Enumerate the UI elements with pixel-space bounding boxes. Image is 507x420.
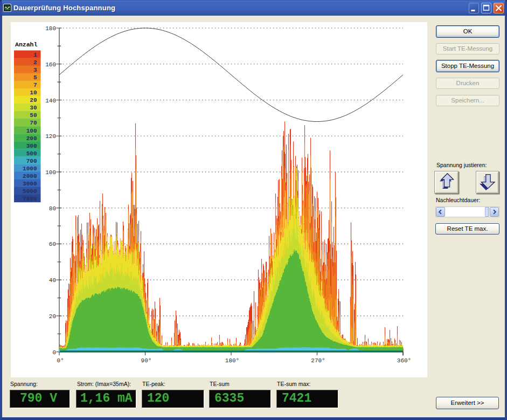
svg-text:180°: 180° <box>225 357 239 364</box>
svg-text:20: 20 <box>30 97 37 104</box>
svg-text:140: 140 <box>45 98 56 104</box>
svg-text:360°: 360° <box>397 357 411 364</box>
svg-text:7: 7 <box>33 82 37 88</box>
svg-text:0°: 0° <box>57 357 64 364</box>
svg-text:180: 180 <box>45 25 56 32</box>
svg-text:270°: 270° <box>311 357 325 364</box>
svg-text:90°: 90° <box>141 357 152 364</box>
svg-text:30: 30 <box>30 105 37 111</box>
svg-text:1000: 1000 <box>23 166 37 172</box>
svg-text:7000: 7000 <box>23 196 37 202</box>
svg-text:0: 0 <box>52 349 56 356</box>
svg-text:50: 50 <box>30 112 37 119</box>
svg-text:1: 1 <box>33 52 37 58</box>
svg-text:20: 20 <box>49 313 56 320</box>
svg-text:700: 700 <box>26 158 37 164</box>
svg-text:5: 5 <box>33 74 37 81</box>
svg-text:3: 3 <box>33 67 37 73</box>
svg-text:5000: 5000 <box>23 188 37 195</box>
svg-text:160: 160 <box>45 61 56 68</box>
svg-text:100: 100 <box>26 128 37 134</box>
svg-text:Anzahl: Anzahl <box>15 41 38 48</box>
svg-text:200: 200 <box>26 135 37 142</box>
svg-text:300: 300 <box>26 143 37 149</box>
svg-text:2: 2 <box>33 59 37 66</box>
svg-text:3000: 3000 <box>23 181 37 187</box>
svg-text:2000: 2000 <box>23 173 37 180</box>
svg-text:10: 10 <box>30 89 37 96</box>
svg-text:40: 40 <box>49 277 56 284</box>
svg-text:120: 120 <box>45 133 56 140</box>
svg-text:500: 500 <box>26 150 37 157</box>
svg-text:100: 100 <box>45 169 56 176</box>
svg-text:70: 70 <box>30 120 37 126</box>
svg-text:60: 60 <box>49 241 56 247</box>
svg-text:80: 80 <box>49 205 56 212</box>
